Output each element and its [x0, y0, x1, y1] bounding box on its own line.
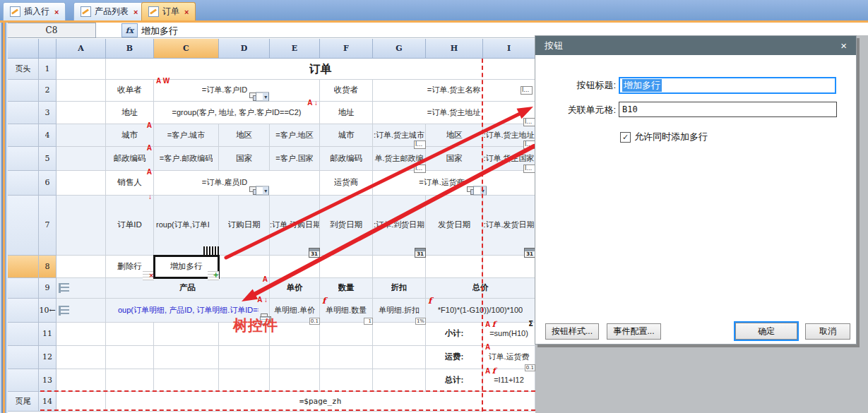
- dialog-title-bar[interactable]: 按钮 ×: [535, 36, 856, 55]
- row-header-12[interactable]: 12: [39, 346, 57, 369]
- row-header-1[interactable]: 1: [39, 59, 57, 80]
- tab-insert-row[interactable]: 插入行 ×: [3, 2, 66, 20]
- cell-H10[interactable]: *F10)*(1-G10))/100)*100f: [426, 299, 535, 323]
- linked-cell-input[interactable]: B10: [619, 102, 837, 117]
- column-header-I[interactable]: I: [483, 39, 535, 59]
- cell-G6[interactable]: =订单.运货商: [373, 171, 535, 196]
- cell-E5[interactable]: =客户.国家: [270, 147, 320, 171]
- cell-G12[interactable]: [373, 346, 426, 369]
- row-header-4[interactable]: 4: [39, 124, 57, 147]
- cell-I7[interactable]: :订单.发货日期31: [483, 196, 535, 256]
- cell-B7[interactable]: 订单ID↓: [106, 196, 154, 256]
- row-header-6[interactable]: 6: [39, 171, 57, 196]
- cell-I8[interactable]: [483, 256, 535, 278]
- cell-C6[interactable]: =订单.雇员ID: [154, 171, 320, 196]
- cell-C4[interactable]: =客户.城市: [154, 124, 219, 147]
- tab-close-icon[interactable]: ×: [133, 8, 138, 16]
- cell-C5[interactable]: =客户.邮政编码: [154, 147, 219, 171]
- ok-button[interactable]: 确定: [735, 323, 797, 340]
- cell-F13[interactable]: [320, 369, 373, 392]
- cell-E12[interactable]: [270, 346, 320, 369]
- tab-product-list[interactable]: 产品列表 ×: [73, 2, 145, 20]
- column-header-G[interactable]: G: [373, 39, 426, 59]
- cell-F10[interactable]: 单明细.数量f1: [320, 299, 373, 323]
- column-header-H[interactable]: H: [426, 39, 483, 59]
- tab-close-icon[interactable]: ×: [54, 8, 59, 16]
- cell-H11[interactable]: 小计:: [426, 323, 483, 346]
- cell-D5[interactable]: 国家: [219, 147, 270, 171]
- cell-H7[interactable]: 发货日期: [426, 196, 483, 256]
- cell-F9[interactable]: 数量: [320, 278, 373, 299]
- cell-H5[interactable]: 国家: [426, 147, 483, 171]
- row-header-9[interactable]: 9: [39, 278, 57, 299]
- row-header-2[interactable]: 2: [39, 80, 57, 102]
- cell-E13[interactable]: [270, 369, 320, 392]
- cell-B3[interactable]: 地址: [106, 102, 154, 124]
- cell-B2[interactable]: 收单者: [106, 80, 154, 102]
- cell-B4[interactable]: 城市A: [106, 124, 154, 147]
- row-header-14[interactable]: 14: [39, 392, 57, 412]
- cell-A6[interactable]: [57, 171, 106, 196]
- formula-input[interactable]: 增加多行: [141, 25, 178, 37]
- button-style-button[interactable]: 按钮样式...: [545, 323, 599, 340]
- cell-A1[interactable]: [57, 59, 106, 80]
- cell-H8[interactable]: [426, 256, 483, 278]
- cell-A11[interactable]: [57, 323, 106, 346]
- cell-A2[interactable]: [57, 80, 106, 102]
- column-header-D[interactable]: D: [219, 39, 270, 59]
- cell-E9[interactable]: 单价: [270, 278, 320, 299]
- cell-A13[interactable]: [57, 369, 106, 392]
- cell-B6[interactable]: 销售人A: [106, 171, 154, 196]
- cancel-button[interactable]: 取消: [805, 323, 850, 340]
- cell-B11[interactable]: [106, 323, 154, 346]
- cell-H9[interactable]: 总价: [426, 278, 535, 299]
- cell-I13[interactable]: =I11+I12A f: [483, 369, 535, 392]
- button-title-input[interactable]: 增加多行: [619, 77, 836, 94]
- cell-B13[interactable]: [106, 369, 154, 392]
- cell-D7[interactable]: 订购日期: [219, 196, 270, 256]
- row-header-8[interactable]: 8: [39, 256, 57, 278]
- cell-C13[interactable]: [154, 369, 219, 392]
- cell-I5[interactable]: :订单.货主国家I…: [483, 147, 535, 171]
- cell-F2[interactable]: 收货者: [320, 80, 373, 102]
- cell-B14[interactable]: =$page_zh: [106, 392, 535, 412]
- cell-D13[interactable]: [219, 369, 270, 392]
- cell-A12[interactable]: [57, 346, 106, 369]
- cell-F11[interactable]: [320, 323, 373, 346]
- cell-C7[interactable]: roup(订单,订单I: [154, 196, 219, 256]
- cell-B8[interactable]: 删除行×: [106, 256, 154, 278]
- event-config-button[interactable]: 事件配置...: [607, 323, 661, 340]
- row-header-11[interactable]: 11: [39, 323, 57, 346]
- cell-H13[interactable]: 总计:: [426, 369, 483, 392]
- cell-A3[interactable]: [57, 102, 106, 124]
- cell-F5[interactable]: 邮政编码: [320, 147, 373, 171]
- cell-A14[interactable]: [57, 392, 106, 412]
- row-header-7[interactable]: 7: [39, 196, 57, 256]
- cell-D8[interactable]: [219, 256, 270, 278]
- cell-E8[interactable]: [270, 256, 320, 278]
- cell-A9[interactable]: [57, 278, 106, 299]
- cell-C12[interactable]: [154, 346, 219, 369]
- cell-B5[interactable]: 邮政编码A: [106, 147, 154, 171]
- fx-icon[interactable]: fx: [121, 23, 138, 37]
- allow-multi-checkbox[interactable]: ✓: [620, 132, 631, 143]
- column-header-F[interactable]: F: [320, 39, 373, 59]
- column-header-A[interactable]: A: [57, 39, 106, 59]
- cell-H12[interactable]: 运费:: [426, 346, 483, 369]
- column-header-E[interactable]: E: [270, 39, 320, 59]
- cell-A8[interactable]: [57, 256, 106, 278]
- cell-B12[interactable]: [106, 346, 154, 369]
- cell-H4[interactable]: 地区: [426, 124, 483, 147]
- cell-G13[interactable]: [373, 369, 426, 392]
- cell-F6[interactable]: 运货商: [320, 171, 373, 196]
- cell-G4[interactable]: :订单.货主城市I…: [373, 124, 426, 147]
- cell-F12[interactable]: [320, 346, 373, 369]
- cell-I4[interactable]: :订单.货主地址I…: [483, 124, 535, 147]
- cell-F8[interactable]: [320, 256, 373, 278]
- cell-B9[interactable]: 产品A: [106, 278, 270, 299]
- cell-G9[interactable]: 折扣: [373, 278, 426, 299]
- cell-G10[interactable]: 单明细.折扣1%: [373, 299, 426, 323]
- cell-C2[interactable]: =订单.客户IDA W: [154, 80, 320, 102]
- cell-D4[interactable]: 地区: [219, 124, 270, 147]
- cell-F3[interactable]: 地址: [320, 102, 373, 124]
